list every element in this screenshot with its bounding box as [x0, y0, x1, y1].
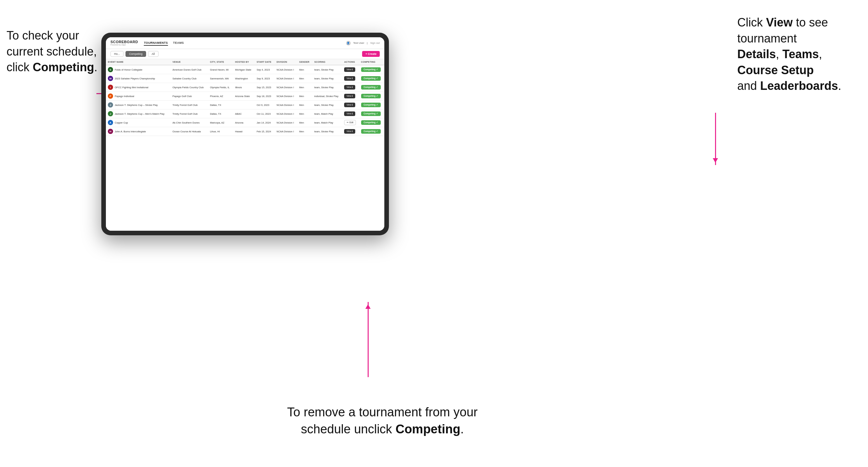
tab-home[interactable]: Ho... — [111, 51, 124, 57]
table-container: EVENT NAME VENUE CITY, STATE HOSTED BY S… — [106, 59, 384, 231]
nav-links: TOURNAMENTS TEAMS — [144, 40, 346, 46]
venue-cell: Ocean Course At Hokuala — [170, 127, 208, 136]
toolbar: Ho... Competing All + Create — [106, 49, 384, 59]
venue-cell: Olympia Fields Country Club — [170, 83, 208, 92]
division-cell: NCAA Division I — [275, 92, 297, 101]
tablet-frame: SCOREBOARD Powered by clippi TOURNAMENTS… — [101, 33, 389, 235]
competing-button[interactable]: Competing ✓ — [361, 103, 381, 107]
division-cell: NCAA Division I — [275, 127, 297, 136]
start-date-cell: Sep 15, 2023 — [255, 83, 275, 92]
event-name-cell: J Jackson T. Stephens Cup – Men's Match … — [106, 110, 170, 118]
scoring-cell: team, Stroke Play — [312, 101, 342, 110]
city-cell: Grand Haven, MI — [208, 65, 233, 74]
venue-cell: Trinity Forest Golf Club — [170, 101, 208, 110]
team-logo: H — [108, 129, 113, 134]
action-cell: View ℹ — [342, 65, 359, 74]
city-cell: Maricopa, AZ — [208, 118, 233, 127]
event-name: Jackson T. Stephens Cup – Stroke Play — [115, 103, 158, 106]
team-logo: J — [108, 111, 113, 116]
event-name: John A. Burns Intercollegiate — [115, 130, 146, 133]
annotation-top-right: Click View to see tournament Details, Te… — [737, 15, 862, 94]
logo-sub: Powered by clippi — [111, 44, 138, 46]
competing-button[interactable]: Competing ✓ — [361, 67, 381, 72]
tab-competing[interactable]: Competing — [125, 51, 146, 57]
competing-button[interactable]: Competing ✓ — [361, 129, 381, 134]
view-button[interactable]: View ℹ — [344, 94, 355, 98]
city-cell: Dallas, TX — [208, 101, 233, 110]
scoring-cell: team, Stroke Play — [312, 65, 342, 74]
competing-cell: Competing ✓ — [359, 118, 384, 127]
table-header-row: EVENT NAME VENUE CITY, STATE HOSTED BY S… — [106, 59, 384, 65]
competing-button[interactable]: Competing ✓ — [361, 112, 381, 116]
tab-all[interactable]: All — [148, 51, 158, 57]
start-date-cell: Oct 9, 2023 — [255, 101, 275, 110]
scoring-cell: team, Match Play — [312, 110, 342, 118]
hosted-cell: Arizona State — [233, 92, 255, 101]
nav-tournaments[interactable]: TOURNAMENTS — [144, 40, 168, 46]
start-date-cell: Sep 4, 2023 — [255, 65, 275, 74]
venue-cell: American Dunes Golf Club — [170, 65, 208, 74]
view-button[interactable]: View ℹ — [344, 85, 355, 90]
venue-cell: Trinity Forest Golf Club — [170, 110, 208, 118]
view-button[interactable]: View ℹ — [344, 76, 355, 81]
venue-cell: Ak-Chin Southern Dunes — [170, 118, 208, 127]
start-date-cell: Oct 11, 2023 — [255, 110, 275, 118]
table-row: H John A. Burns Intercollegiate Ocean Co… — [106, 127, 384, 136]
gender-cell: Men — [298, 101, 312, 110]
action-cell: View ℹ — [342, 74, 359, 83]
action-cell: View ℹ — [342, 83, 359, 92]
nav-teams[interactable]: TEAMS — [173, 40, 184, 46]
competing-button[interactable]: Competing ✓ — [361, 85, 381, 90]
create-button[interactable]: + Create — [362, 51, 380, 57]
competing-button[interactable]: Competing ✓ — [361, 94, 381, 98]
scoring-cell: individual, Stroke Play — [312, 92, 342, 101]
start-date-cell: Feb 15, 2024 — [255, 127, 275, 136]
gender-cell: Men — [298, 92, 312, 101]
view-button[interactable]: View ℹ — [344, 103, 355, 107]
view-button[interactable]: View ℹ — [344, 129, 355, 134]
competing-cell: Competing ✓ — [359, 101, 384, 110]
scoring-cell: team, Stroke Play — [312, 127, 342, 136]
hosted-cell — [233, 101, 255, 110]
competing-button[interactable]: Competing ✓ — [361, 120, 381, 125]
start-date-cell: Sep 9, 2023 — [255, 74, 275, 83]
action-cell: View ℹ — [342, 127, 359, 136]
action-cell: ✏ Edit — [342, 118, 359, 127]
action-cell: View ℹ — [342, 101, 359, 110]
app-header: SCOREBOARD Powered by clippi TOURNAMENTS… — [106, 37, 384, 49]
scoreboard-logo: SCOREBOARD Powered by clippi — [111, 40, 138, 46]
event-name: Papago Individual — [115, 95, 134, 98]
annotation-top-left: To check your current schedule, click Co… — [6, 28, 118, 75]
division-cell: NCAA Division I — [275, 110, 297, 118]
sign-out-link[interactable]: Sign out — [370, 41, 380, 44]
competing-cell: Competing ✓ — [359, 92, 384, 101]
competing-cell: Competing ✓ — [359, 65, 384, 74]
start-date-cell: Jan 14, 2024 — [255, 118, 275, 127]
user-icon: 👤 — [346, 41, 351, 45]
gender-cell: Men — [298, 74, 312, 83]
division-cell: NCAA Division I — [275, 118, 297, 127]
event-name: Folds of Honor Collegiate — [115, 68, 143, 71]
city-cell: Phoenix, AZ — [208, 92, 233, 101]
event-name-cell: J Jackson T. Stephens Cup – Stroke Play — [106, 101, 170, 110]
competing-button[interactable]: Competing ✓ — [361, 76, 381, 81]
col-gender: GENDER — [298, 59, 312, 65]
competing-cell: Competing ✓ — [359, 74, 384, 83]
team-logo: W — [108, 76, 113, 81]
view-button[interactable]: View ℹ — [344, 67, 355, 72]
competing-cell: Competing ✓ — [359, 110, 384, 118]
event-name-cell: I OFCC Fighting Illini Invitational — [106, 83, 170, 92]
venue-cell: Papago Golf Club — [170, 92, 208, 101]
annotation-bottom: To remove a tournament from your schedul… — [268, 404, 497, 438]
team-logo: P — [108, 93, 113, 99]
logo-main: SCOREBOARD — [111, 40, 138, 44]
division-cell: NCAA Division I — [275, 74, 297, 83]
edit-button[interactable]: ✏ Edit — [344, 120, 356, 125]
col-city-state: CITY, STATE — [208, 59, 233, 65]
event-name-cell: H John A. Burns Intercollegiate — [106, 127, 170, 136]
view-button[interactable]: View ℹ — [344, 112, 355, 116]
division-cell: NCAA Division I — [275, 65, 297, 74]
arrow-top-right-indicator — [715, 113, 716, 165]
hosted-cell: Illinois — [233, 83, 255, 92]
action-cell: View ℹ — [342, 110, 359, 118]
